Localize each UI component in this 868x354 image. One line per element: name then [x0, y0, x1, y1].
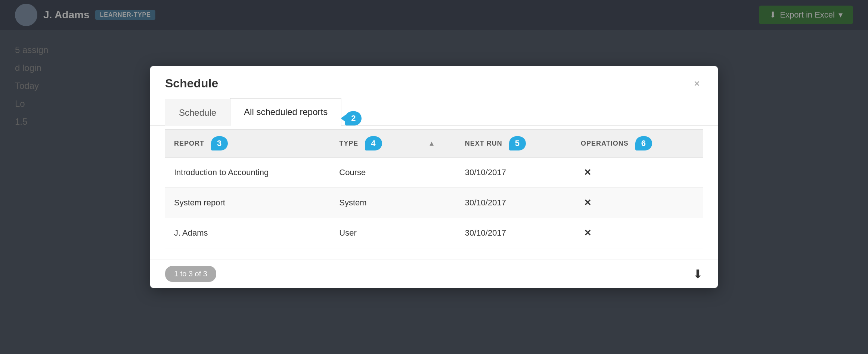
tab-schedule[interactable]: Schedule: [165, 99, 230, 126]
operations-2: ✕: [572, 188, 703, 218]
col-next-run: NEXT RUN 5: [456, 130, 572, 158]
table-row: System report System 30/10/2017 ✕: [165, 188, 703, 218]
next-run-2: 30/10/2017: [456, 188, 572, 218]
col-operations: OPERATIONS 6: [572, 130, 703, 158]
report-name-3: J. Adams: [165, 218, 330, 248]
modal-title: Schedule: [165, 77, 218, 90]
download-icon: ⬇: [693, 267, 703, 281]
modal-overlay: Schedule × Schedule All scheduled report…: [0, 0, 868, 354]
col-report: REPORT 3: [165, 130, 330, 158]
col-sort[interactable]: ▲: [419, 130, 456, 158]
modal-header: Schedule ×: [150, 66, 718, 98]
sort-cell-3: [419, 218, 456, 248]
table-body: Introduction to Accounting Course 30/10/…: [165, 158, 703, 248]
modal-footer: 1 to 3 of 3 ⬇: [150, 260, 718, 288]
tab-all-reports-label: All scheduled reports: [244, 107, 328, 117]
table-header-row: REPORT 3 TYPE 4 ▲: [165, 130, 703, 158]
download-button[interactable]: ⬇: [693, 267, 703, 281]
report-type-1: Course: [330, 158, 419, 188]
report-type-3: User: [330, 218, 419, 248]
sort-icon: ▲: [428, 140, 435, 148]
tab-all-scheduled-reports[interactable]: All scheduled reports: [230, 98, 341, 126]
schedule-modal: Schedule × Schedule All scheduled report…: [150, 66, 718, 288]
tab-schedule-label: Schedule: [179, 108, 216, 118]
next-run-1: 30/10/2017: [456, 158, 572, 188]
table-row: J. Adams User 30/10/2017 ✕: [165, 218, 703, 248]
delete-button-1[interactable]: ✕: [581, 166, 594, 179]
report-type-2: System: [330, 188, 419, 218]
report-name-1: Introduction to Accounting: [165, 158, 330, 188]
col-type: TYPE 4: [330, 130, 419, 158]
sort-cell-2: [419, 188, 456, 218]
modal-tabs: Schedule All scheduled reports 2: [150, 98, 718, 126]
modal-body: REPORT 3 TYPE 4 ▲: [150, 129, 718, 260]
operations-1: ✕: [572, 158, 703, 188]
sort-cell-1: [419, 158, 456, 188]
operations-3: ✕: [572, 218, 703, 248]
reports-table: REPORT 3 TYPE 4 ▲: [165, 129, 703, 248]
modal-close-button[interactable]: ×: [691, 77, 703, 90]
delete-button-3[interactable]: ✕: [581, 226, 594, 240]
next-run-3: 30/10/2017: [456, 218, 572, 248]
table-row: Introduction to Accounting Course 30/10/…: [165, 158, 703, 188]
col-type-badge: 4: [365, 136, 382, 150]
col-next-run-badge: 5: [509, 136, 526, 150]
tab-badge-2: 2: [345, 111, 362, 125]
report-name-2: System report: [165, 188, 330, 218]
pagination-info: 1 to 3 of 3: [165, 266, 216, 282]
delete-button-2[interactable]: ✕: [581, 196, 594, 209]
col-operations-badge: 6: [635, 136, 652, 150]
col-report-badge: 3: [211, 136, 228, 150]
